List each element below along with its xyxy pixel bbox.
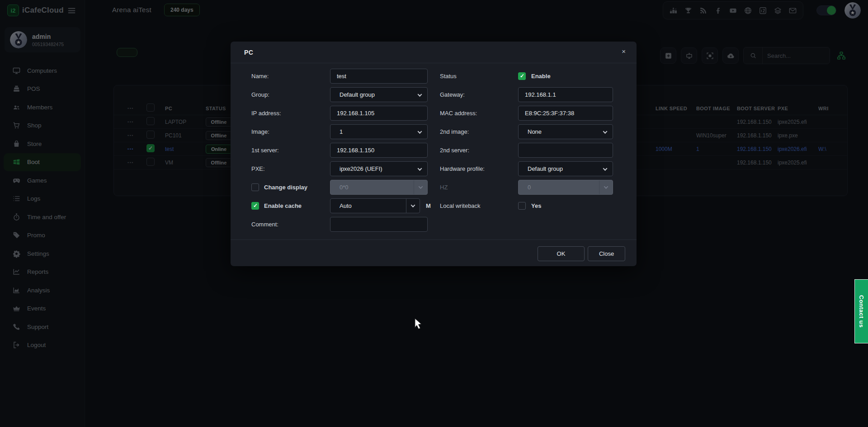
dialog-title: PC (244, 49, 253, 56)
enable-cache-label: Enable cache (264, 202, 302, 209)
local-writeback-label: Local writeback (440, 198, 518, 213)
pc-dialog: PC × Name: Status Enable Group: Default … (231, 42, 637, 266)
display-resolution-select: 0*0 (330, 180, 428, 195)
hz-select: 0 (518, 180, 613, 195)
chevron-down-icon (418, 166, 422, 171)
comment-label: Comment: (251, 217, 330, 232)
writeback-yes-checkbox[interactable] (518, 202, 526, 210)
hardware-profile-label: Hardware profile: (440, 161, 518, 176)
ip-input[interactable] (330, 106, 428, 121)
close-icon[interactable]: × (622, 48, 626, 55)
chevron-down-icon (604, 184, 609, 189)
writeback-yes-label: Yes (531, 202, 541, 209)
gateway-label: Gateway: (440, 87, 518, 102)
dialog-footer: OK Close (231, 239, 637, 266)
image-label: Image: (251, 124, 330, 139)
group-select[interactable]: Default group (330, 87, 428, 102)
second-image-select[interactable]: None (518, 124, 613, 139)
dialog-header: PC × (231, 42, 637, 63)
pxe-label: PXE: (251, 161, 330, 176)
chevron-down-icon (419, 184, 423, 189)
chevron-down-icon (411, 203, 415, 207)
change-display-label: Change display (264, 184, 307, 191)
cache-size-select[interactable]: Auto (330, 198, 420, 213)
change-display-checkbox[interactable] (251, 183, 259, 191)
chevron-down-icon (603, 166, 608, 171)
comment-input[interactable] (330, 217, 428, 232)
pxe-select[interactable]: ipxe2026 (UEFI) (330, 161, 428, 176)
name-label: Name: (251, 69, 330, 84)
mac-label: MAC address: (440, 106, 518, 121)
status-enable-checkbox[interactable] (518, 72, 526, 80)
hardware-profile-select[interactable]: Default group (518, 161, 613, 176)
chevron-down-icon (418, 92, 422, 97)
chevron-down-icon (603, 129, 608, 134)
status-label: Status (440, 69, 518, 84)
second-server-label: 2nd server: (440, 143, 518, 158)
chevron-down-icon (418, 129, 422, 134)
enable-cache-checkbox[interactable] (251, 202, 259, 210)
close-button[interactable]: Close (588, 246, 625, 261)
ip-label: IP address: (251, 106, 330, 121)
name-input[interactable] (330, 69, 428, 84)
second-image-label: 2nd image: (440, 124, 518, 139)
ok-button[interactable]: OK (538, 246, 585, 261)
app-root: i2 iCafeCloud admin 005193482475 Com (0, 0, 868, 427)
gateway-input[interactable] (518, 87, 613, 102)
first-server-label: 1st server: (251, 143, 330, 158)
mac-input[interactable] (518, 106, 613, 121)
group-label: Group: (251, 87, 330, 102)
status-enable-label: Enable (531, 73, 551, 80)
image-select[interactable]: 1 (330, 124, 428, 139)
contact-us-button[interactable]: Contact us (854, 279, 868, 343)
dialog-body: Name: Status Enable Group: Default group… (251, 69, 613, 232)
hz-label: HZ (440, 180, 518, 195)
first-server-input[interactable] (330, 143, 428, 158)
second-server-input[interactable] (518, 143, 613, 158)
